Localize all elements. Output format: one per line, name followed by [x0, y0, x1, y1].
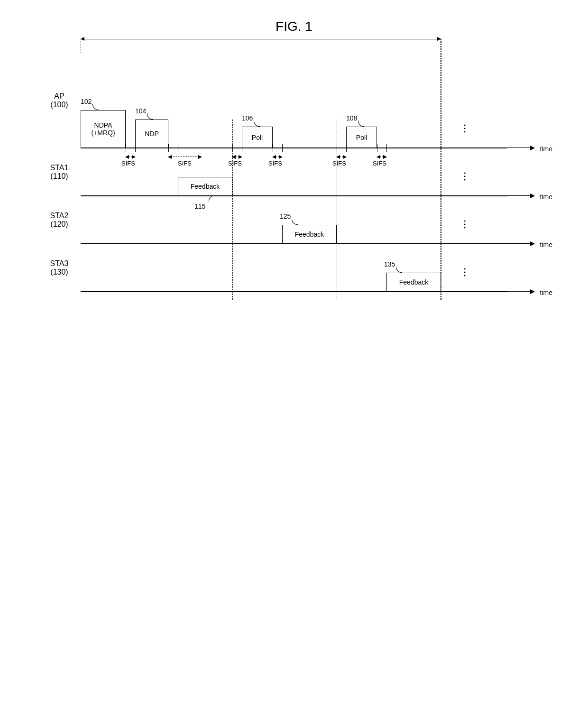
frame-feedback2: Feedback: [282, 225, 337, 244]
ref-feedback2: 125: [280, 212, 291, 220]
figure-title: FIG. 1: [19, 19, 569, 34]
ref-ndp: 104: [135, 107, 146, 115]
ellipsis-icon: ⋮: [460, 122, 469, 134]
time-axis-label: time: [540, 289, 552, 296]
lane-label-sta3: STA3 (130): [43, 259, 76, 276]
frame-ndpa: NDPA (+MRQ): [81, 110, 126, 148]
lane-label-ap: AP (100): [43, 92, 76, 109]
ellipsis-icon: ⋮: [460, 266, 469, 277]
lane-sta3: STA3 (130) time Feedback 135 ⋮: [81, 244, 507, 292]
frame-feedback3: Feedback: [386, 273, 441, 292]
frame-poll1: Poll: [242, 127, 273, 148]
lane-ap: AP (100) time NDPA (+MRQ) 102 NDP 104 Po…: [81, 53, 507, 148]
time-axis-label: time: [540, 241, 552, 249]
lane-sta2: STA2 (120) time Feedback 125 ⋮: [81, 196, 507, 244]
timing-diagram: AP (100) time NDPA (+MRQ) 102 NDP 104 Po…: [81, 53, 507, 292]
lane-label-sta1: STA1 (110): [43, 164, 76, 181]
lane-label-sta2: STA2 (120): [43, 212, 76, 229]
frame-poll2: Poll: [346, 127, 377, 148]
ref-ndpa: 102: [81, 98, 92, 105]
time-axis-label: time: [540, 193, 552, 201]
frame-ndp: NDP: [135, 120, 168, 148]
ref-poll2: 108: [346, 114, 357, 122]
time-axis-label: time: [540, 145, 552, 153]
ref-poll1: 106: [242, 114, 253, 122]
ellipsis-icon: ⋮: [460, 170, 469, 182]
frame-feedback1: Feedback: [178, 177, 232, 196]
ellipsis-icon: ⋮: [460, 218, 469, 230]
lane-sta1: STA1 (110) time Feedback 115 ⋮: [81, 148, 507, 196]
ref-feedback3: 135: [384, 260, 395, 268]
